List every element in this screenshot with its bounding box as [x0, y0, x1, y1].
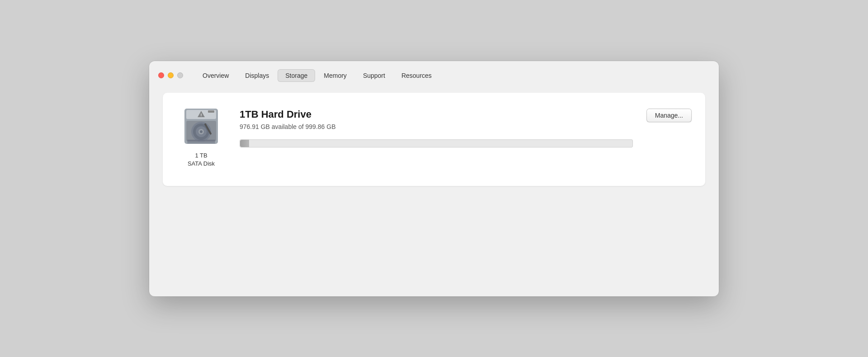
- drive-capacity: 976.91 GB available of 999.86 GB: [240, 123, 633, 130]
- svg-text:!: !: [201, 113, 202, 117]
- tab-bar: Overview Displays Storage Memory Support…: [195, 69, 439, 82]
- content-area: !: [163, 93, 705, 186]
- tab-overview[interactable]: Overview: [195, 69, 236, 82]
- tab-resources[interactable]: Resources: [394, 69, 439, 82]
- drive-label: 1 TB SATA Disk: [188, 152, 215, 168]
- svg-point-10: [200, 130, 203, 133]
- traffic-lights: [158, 72, 183, 78]
- svg-rect-12: [187, 140, 215, 141]
- svg-rect-4: [208, 110, 214, 113]
- tab-support[interactable]: Support: [355, 69, 393, 82]
- svg-rect-13: [187, 141, 215, 142]
- drive-info: 1TB Hard Drive 976.91 GB available of 99…: [240, 106, 633, 148]
- system-info-window: Overview Displays Storage Memory Support…: [149, 61, 719, 296]
- drive-icon-container: !: [176, 106, 226, 168]
- title-bar: Overview Displays Storage Memory Support…: [149, 61, 719, 88]
- close-button[interactable]: [158, 72, 164, 78]
- svg-rect-14: [187, 143, 215, 143]
- tab-displays[interactable]: Displays: [237, 69, 277, 82]
- tab-storage[interactable]: Storage: [278, 69, 315, 82]
- storage-section: !: [176, 106, 692, 168]
- tab-memory[interactable]: Memory: [316, 69, 354, 82]
- manage-button-area: Manage...: [646, 106, 692, 122]
- drive-name: 1TB Hard Drive: [240, 109, 633, 120]
- storage-bar: [240, 139, 633, 148]
- minimize-button[interactable]: [168, 72, 174, 78]
- zoom-button[interactable]: [177, 72, 183, 78]
- storage-bar-used: [240, 140, 249, 147]
- manage-button[interactable]: Manage...: [646, 109, 692, 122]
- hard-drive-icon: !: [181, 106, 222, 147]
